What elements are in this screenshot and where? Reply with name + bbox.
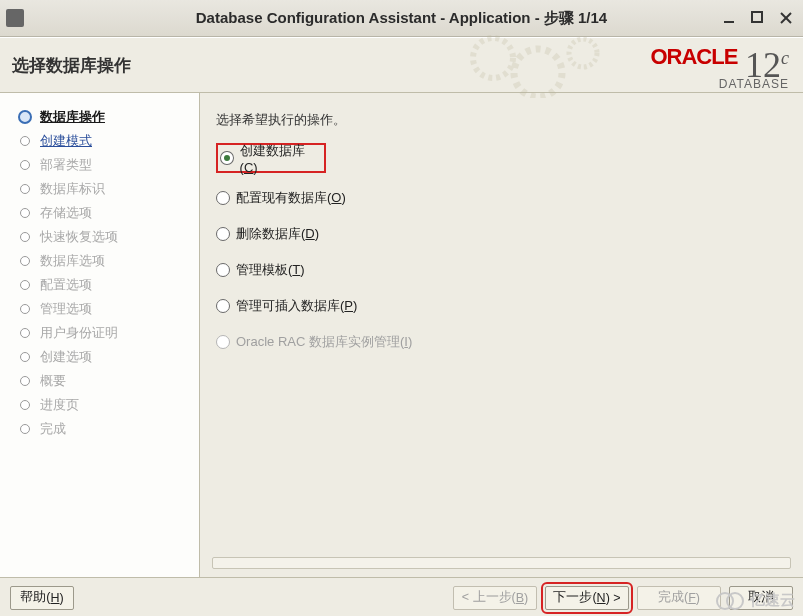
radio-icon <box>216 335 230 349</box>
radio-icon <box>216 191 230 205</box>
radio-icon <box>216 227 230 241</box>
step-label: 完成 <box>40 420 66 438</box>
step-label: 概要 <box>40 372 66 390</box>
operation-radio[interactable]: 管理可插入数据库(P) <box>216 295 787 317</box>
step-bullet-icon <box>20 256 30 266</box>
finish-button[interactable]: 完成(F) <box>637 586 721 610</box>
sidebar-step: 完成 <box>0 417 199 441</box>
oracle-logo: ORACLE 12c DATABASE <box>650 44 789 91</box>
window-controls <box>723 0 803 36</box>
titlebar: Database Configuration Assistant - Appli… <box>0 0 803 37</box>
sidebar-step: 数据库标识 <box>0 177 199 201</box>
radio-icon <box>216 299 230 313</box>
maximize-button[interactable] <box>751 11 765 25</box>
step-bullet-icon <box>20 352 30 362</box>
radio-icon <box>220 151 234 165</box>
gear-decoration <box>463 28 623 101</box>
step-bullet-icon <box>20 280 30 290</box>
step-label: 数据库操作 <box>40 108 105 126</box>
minimize-button[interactable] <box>723 11 737 25</box>
radio-label: 创建数据库(C) <box>240 142 320 175</box>
header: 选择数据库操作 ORACLE 12c DATABASE <box>0 37 803 93</box>
operation-radio-group: 创建数据库(C)配置现有数据库(O)删除数据库(D)管理模板(T)管理可插入数据… <box>216 143 787 353</box>
svg-point-6 <box>569 39 597 67</box>
step-label: 存储选项 <box>40 204 92 222</box>
sidebar-step: 配置选项 <box>0 273 199 297</box>
step-bullet-icon <box>20 376 30 386</box>
step-label: 进度页 <box>40 396 79 414</box>
step-bullet-icon <box>20 424 30 434</box>
sidebar-step: 快速恢复选项 <box>0 225 199 249</box>
sidebar-step: 用户身份证明 <box>0 321 199 345</box>
steps-sidebar: 数据库操作创建模式部署类型数据库标识存储选项快速恢复选项数据库选项配置选项管理选… <box>0 93 200 577</box>
step-label: 快速恢复选项 <box>40 228 118 246</box>
progress-tray <box>212 557 791 569</box>
prompt-text: 选择希望执行的操作。 <box>216 111 787 129</box>
sidebar-step: 进度页 <box>0 393 199 417</box>
operation-radio[interactable]: 删除数据库(D) <box>216 223 787 245</box>
footer-bar: 帮助(H) < 上一步(B) 下一步(N) > 完成(F) 取消 <box>0 577 803 616</box>
sidebar-step: 概要 <box>0 369 199 393</box>
sidebar-step[interactable]: 创建模式 <box>0 129 199 153</box>
brand-name: ORACLE <box>650 44 737 70</box>
svg-point-5 <box>514 49 562 97</box>
svg-point-4 <box>473 38 513 78</box>
help-button[interactable]: 帮助(H) <box>10 586 74 610</box>
brand-sub: DATABASE <box>650 77 789 91</box>
back-button[interactable]: < 上一步(B) <box>453 586 537 610</box>
radio-icon <box>216 263 230 277</box>
sidebar-step: 创建选项 <box>0 345 199 369</box>
step-label: 部署类型 <box>40 156 92 174</box>
step-bullet-icon <box>18 110 32 124</box>
sidebar-step: 部署类型 <box>0 153 199 177</box>
step-bullet-icon <box>20 400 30 410</box>
close-button[interactable] <box>779 11 793 25</box>
step-label: 创建选项 <box>40 348 92 366</box>
radio-label: 管理模板(T) <box>236 261 305 279</box>
sidebar-step: 存储选项 <box>0 201 199 225</box>
step-bullet-icon <box>20 304 30 314</box>
window-title: Database Configuration Assistant - Appli… <box>0 9 803 28</box>
step-bullet-icon <box>20 184 30 194</box>
step-label: 用户身份证明 <box>40 324 118 342</box>
step-label: 数据库标识 <box>40 180 105 198</box>
step-bullet-icon <box>20 136 30 146</box>
sidebar-step[interactable]: 数据库操作 <box>0 105 199 129</box>
operation-radio: Oracle RAC 数据库实例管理(I) <box>216 331 787 353</box>
next-button[interactable]: 下一步(N) > <box>545 586 629 610</box>
cancel-button[interactable]: 取消 <box>729 586 793 610</box>
app-icon <box>6 9 24 27</box>
step-bullet-icon <box>20 160 30 170</box>
step-label: 创建模式 <box>40 132 92 150</box>
brand-version: 12c <box>745 44 789 79</box>
svg-rect-0 <box>724 21 734 23</box>
operation-radio[interactable]: 创建数据库(C) <box>216 143 326 173</box>
page-title: 选择数据库操作 <box>12 54 131 77</box>
operation-radio[interactable]: 管理模板(T) <box>216 259 787 281</box>
operation-radio[interactable]: 配置现有数据库(O) <box>216 187 787 209</box>
step-label: 管理选项 <box>40 300 92 318</box>
radio-label: 删除数据库(D) <box>236 225 319 243</box>
radio-label: Oracle RAC 数据库实例管理(I) <box>236 333 412 351</box>
main-panel: 选择希望执行的操作。 创建数据库(C)配置现有数据库(O)删除数据库(D)管理模… <box>200 93 803 577</box>
sidebar-step: 管理选项 <box>0 297 199 321</box>
step-bullet-icon <box>20 232 30 242</box>
svg-rect-1 <box>752 12 762 22</box>
content: 数据库操作创建模式部署类型数据库标识存储选项快速恢复选项数据库选项配置选项管理选… <box>0 93 803 577</box>
radio-label: 配置现有数据库(O) <box>236 189 346 207</box>
step-label: 配置选项 <box>40 276 92 294</box>
step-label: 数据库选项 <box>40 252 105 270</box>
sidebar-step: 数据库选项 <box>0 249 199 273</box>
radio-label: 管理可插入数据库(P) <box>236 297 357 315</box>
step-bullet-icon <box>20 208 30 218</box>
step-bullet-icon <box>20 328 30 338</box>
